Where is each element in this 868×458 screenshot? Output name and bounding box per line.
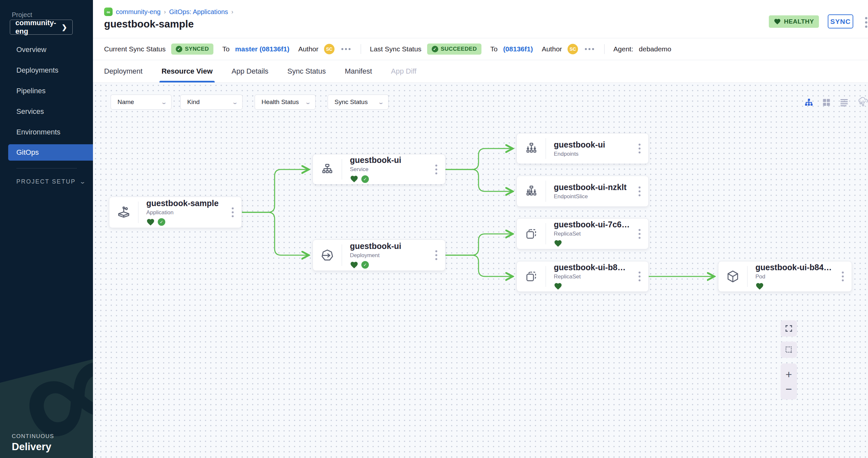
chevron-down-icon: ⌄ [79,178,86,185]
sidebar-item-gitops[interactable]: GitOps [8,144,93,161]
node-kind: Deployment [350,252,445,259]
project-setup-label: PROJECT SETUP [17,178,75,185]
sync-button[interactable]: SYNC [828,14,853,29]
node-title: guestbook-ui-7c64987dc9 [554,220,648,229]
node-menu-icon[interactable] [433,163,439,176]
author-avatar[interactable]: SC [567,44,578,54]
author-label: Author [298,45,318,53]
divider [604,44,604,54]
node-kind: ReplicaSet [554,231,648,237]
node-pod-guestbook-ui-b848d5d9[interactable]: guestbook-ui-b848d5d9... Pod [718,261,852,292]
to-label: To [222,45,229,53]
node-body: guestbook-ui-b848d5d9d ReplicaSet [546,263,648,291]
chevron-right-icon: ❯ [62,23,67,31]
node-body: guestbook-ui-7c64987dc9 ReplicaSet [546,220,648,248]
project-label: Project [12,11,32,19]
node-replicaset-guestbook-ui-b848d5d9d[interactable]: guestbook-ui-b848d5d9d ReplicaSet [517,261,649,292]
node-kind: Endpoints [554,151,648,157]
sidebar-item-pipelines[interactable]: Pipelines [17,85,45,97]
node-endpoints-guestbook-ui[interactable]: guestbook-ui Endpoints [517,133,649,164]
node-menu-icon[interactable] [433,248,439,262]
module-name-line1: CONTINUOUS [12,433,54,440]
current-sync-status-badge: ✓ SYNCED [171,43,213,55]
tab-resource-view[interactable]: Resource View [161,60,212,83]
node-menu-icon[interactable] [637,269,643,283]
more-options-icon[interactable] [584,47,595,52]
gitops-logo-icon: ∞ [104,7,113,16]
deployment-icon [313,248,342,263]
node-menu-icon[interactable] [637,142,643,155]
project-setup-toggle[interactable]: PROJECT SETUP ⌄ [17,178,85,185]
resource-tree-canvas[interactable]: Name⌄ Kind⌄ Health Status⌄ Sync Status⌄ [93,83,868,458]
node-status-icons [554,239,648,248]
tab-sync-status[interactable]: Sync Status [287,60,326,83]
project-selector-value: community-eng [16,19,62,36]
synced-check-icon: ✓ [158,218,165,226]
sync-status-bar: Current Sync Status ✓ SYNCED To master (… [93,38,868,60]
healthy-heart-icon [146,218,155,226]
healthy-heart-icon [554,282,562,291]
healthy-heart-icon [755,282,764,291]
node-kind: ReplicaSet [554,273,648,280]
healthy-heart-icon [350,175,359,183]
sidebar-item-environments[interactable]: Environments [17,126,61,138]
sidebar-item-services[interactable]: Services [17,106,44,118]
node-menu-icon[interactable] [637,185,643,198]
author-label: Author [542,45,562,53]
pod-icon [718,269,747,284]
node-endpointslice-guestbook-ui-nzklt[interactable]: guestbook-ui-nzklt EndpointSlice [517,176,649,207]
endpoints-icon [517,141,546,156]
check-circle-icon: ✓ [176,46,182,52]
current-sync-status-value: SYNCED [185,46,209,52]
health-status-badge: HEALTHY [769,15,819,28]
breadcrumb-separator: › [231,8,234,15]
divider [361,44,361,54]
node-deployment-guestbook-ui[interactable]: guestbook-ui Deployment ✓ [313,239,445,271]
node-kind: EndpointSlice [554,193,648,200]
replicaset-icon [517,227,546,241]
sidebar-divider [17,168,77,168]
tab-app-details[interactable]: App Details [232,60,269,83]
node-status-icons: ✓ [350,261,445,269]
to-label: To [490,45,497,53]
tab-app-diff: App Diff [391,60,417,83]
node-kind: Application [146,209,242,216]
node-title: guestbook-sample [146,199,242,208]
sidebar-item-deployments[interactable]: Deployments [17,64,58,76]
more-options-icon[interactable] [865,17,867,28]
node-body: guestbook-ui Service ✓ [342,155,445,183]
author-avatar[interactable]: SC [324,44,335,54]
check-circle-icon: ✓ [432,46,438,52]
synced-check-icon: ✓ [361,175,369,183]
breadcrumb-section-link[interactable]: GitOps: Applications [169,8,228,16]
last-sync-status-label: Last Sync Status [370,45,422,53]
node-status-icons [554,282,648,291]
breadcrumb-project-link[interactable]: community-eng [116,8,161,16]
health-badge-label: HEALTHY [784,18,814,25]
current-sync-status-label: Current Sync Status [104,45,165,53]
project-selector[interactable]: community-eng ❯ [10,20,73,35]
node-service-guestbook-ui[interactable]: guestbook-ui Service ✓ [313,154,445,185]
tab-deployment[interactable]: Deployment [104,60,143,83]
node-application-guestbook-sample[interactable]: guestbook-sample Application ✓ [109,197,242,228]
application-icon [109,205,138,220]
sidebar: Project community-eng ❯ Overview Deploym… [0,0,93,458]
healthy-heart-icon [554,239,562,248]
module-name-line2: Delivery [12,441,52,453]
node-replicaset-guestbook-ui-7c64987dc9[interactable]: guestbook-ui-7c64987dc9 ReplicaSet [517,218,649,249]
node-menu-icon[interactable] [840,269,846,283]
current-revision-link[interactable]: master (08136f1) [235,45,289,53]
node-kind: Service [350,166,445,173]
node-body: guestbook-ui-nzklt EndpointSlice [546,183,648,200]
node-menu-icon[interactable] [230,205,236,219]
sidebar-item-overview[interactable]: Overview [17,44,46,56]
replicaset-icon [517,269,546,284]
node-body: guestbook-ui-b848d5d9... Pod [748,263,851,291]
breadcrumb-separator: › [164,8,166,15]
node-menu-icon[interactable] [637,227,643,241]
tab-manifest[interactable]: Manifest [345,60,372,83]
last-revision-link[interactable]: (08136f1) [503,45,533,53]
more-options-icon[interactable] [340,47,352,52]
node-title: guestbook-ui-b848d5d9d [554,263,648,272]
node-status-icons [755,282,851,291]
